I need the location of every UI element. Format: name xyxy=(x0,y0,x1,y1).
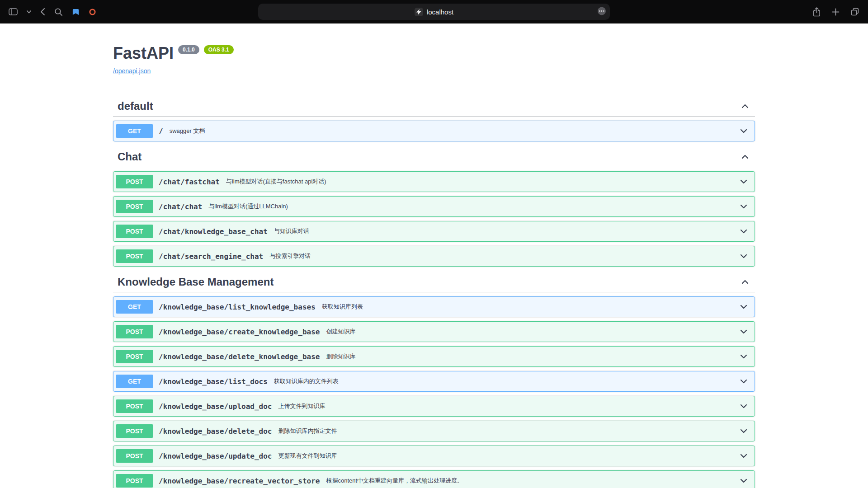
sidebar-toggle-button[interactable] xyxy=(7,7,19,17)
operation-row[interactable]: GET /knowledge_base/list_docs 获取知识库内的文件列… xyxy=(113,371,755,392)
chevron-down-icon xyxy=(27,10,31,14)
operation-summary: 删除知识库 xyxy=(326,352,734,361)
method-badge: GET xyxy=(116,124,153,138)
tab-overview-button[interactable] xyxy=(849,6,861,18)
pinned-tab-orange-icon xyxy=(89,8,96,16)
new-tab-button[interactable] xyxy=(830,7,841,17)
tag-section: Chat POST /chat/fastchat 与llm模型对话(直接与fas… xyxy=(113,147,755,267)
method-badge: POST xyxy=(116,325,153,338)
method-badge: POST xyxy=(116,249,153,263)
operation-summary: 与llm模型对话(通过LLMChain) xyxy=(208,202,734,211)
pinned-tab-blue[interactable] xyxy=(71,7,81,17)
section-operations: GET / swagger 文档 xyxy=(113,117,755,141)
chevron-down-icon xyxy=(739,202,748,211)
chevron-down-icon xyxy=(739,377,748,386)
browser-toolbar: localhost xyxy=(0,0,868,23)
sidebar-chevron-button[interactable] xyxy=(25,9,33,15)
operation-summary: 获取知识库内的文件列表 xyxy=(274,377,734,385)
tag-section: Knowledge Base Management GET /knowledge… xyxy=(113,272,755,488)
operation-path: /chat/fastchat xyxy=(159,178,220,186)
method-badge: GET xyxy=(116,375,153,388)
operation-summary: 获取知识库列表 xyxy=(322,303,734,311)
operation-summary: 更新现有文件到知识库 xyxy=(278,452,734,460)
operation-path: /knowledge_base/recreate_vector_store xyxy=(159,477,320,485)
operation-row[interactable]: POST /knowledge_base/update_doc 更新现有文件到知… xyxy=(113,446,755,466)
address-bar[interactable]: localhost xyxy=(258,4,610,20)
operation-summary: 创建知识库 xyxy=(326,328,734,336)
search-button[interactable] xyxy=(53,6,64,18)
oas-badge: OAS 3.1 xyxy=(204,45,234,54)
api-title-text: FastAPI xyxy=(113,44,174,63)
ellipsis-icon xyxy=(597,7,606,17)
sidebar-toggle-icon xyxy=(9,8,18,15)
pinned-tab-orange[interactable] xyxy=(87,7,98,17)
method-badge: POST xyxy=(116,449,153,463)
back-button[interactable] xyxy=(39,6,47,17)
operation-row[interactable]: POST /chat/search_engine_chat 与搜索引擎对话 xyxy=(113,246,755,267)
method-badge: GET xyxy=(116,300,153,314)
method-badge: POST xyxy=(116,424,153,438)
swagger-wrapper: FastAPI 0.1.0 OAS 3.1 /openapi.json defa… xyxy=(104,44,764,488)
chevron-up-icon xyxy=(741,152,750,161)
operation-row[interactable]: POST /chat/fastchat 与llm模型对话(直接与fastchat… xyxy=(113,171,755,192)
page-menu-button[interactable] xyxy=(597,7,606,17)
operation-row[interactable]: POST /chat/knowledge_base_chat 与知识库对话 xyxy=(113,221,755,242)
section-title: default xyxy=(118,100,153,113)
toolbar-left-group xyxy=(7,6,98,18)
operation-row[interactable]: GET /knowledge_base/list_knowledge_bases… xyxy=(113,296,755,317)
method-badge: POST xyxy=(116,399,153,413)
operation-row[interactable]: POST /chat/chat 与llm模型对话(通过LLMChain) xyxy=(113,196,755,217)
operation-summary: 删除知识库内指定文件 xyxy=(278,427,734,435)
operation-path: /knowledge_base/update_doc xyxy=(159,452,272,460)
operation-row[interactable]: POST /knowledge_base/upload_doc 上传文件到知识库 xyxy=(113,396,755,417)
operation-row[interactable]: GET / swagger 文档 xyxy=(113,121,755,141)
sections: default GET / swagger 文档 Chat POST /chat… xyxy=(113,96,755,488)
operation-path: /knowledge_base/list_knowledge_bases xyxy=(159,303,316,311)
operation-row[interactable]: POST /knowledge_base/delete_doc 删除知识库内指定… xyxy=(113,421,755,441)
section-title: Chat xyxy=(118,150,142,163)
swagger-page: FastAPI 0.1.0 OAS 3.1 /openapi.json defa… xyxy=(0,23,868,488)
chevron-down-icon xyxy=(739,451,748,460)
lightning-favicon-icon xyxy=(415,8,423,16)
operation-path: /knowledge_base/delete_doc xyxy=(159,427,272,436)
method-badge: POST xyxy=(116,350,153,363)
chevron-down-icon xyxy=(739,427,748,436)
section-header[interactable]: Knowledge Base Management xyxy=(113,272,755,292)
operation-path: /chat/knowledge_base_chat xyxy=(159,227,268,236)
operation-path: /knowledge_base/delete_knowledge_base xyxy=(159,352,320,361)
operation-row[interactable]: POST /knowledge_base/recreate_vector_sto… xyxy=(113,470,755,488)
operation-row[interactable]: POST /knowledge_base/create_knowledge_ba… xyxy=(113,321,755,342)
section-operations: GET /knowledge_base/list_knowledge_bases… xyxy=(113,292,755,488)
operation-path: /chat/search_engine_chat xyxy=(159,252,263,261)
operation-path: /knowledge_base/create_knowledge_base xyxy=(159,328,320,336)
share-icon xyxy=(812,7,821,17)
chevron-up-icon xyxy=(741,102,750,111)
page-title: FastAPI 0.1.0 OAS 3.1 xyxy=(113,44,755,63)
operation-row[interactable]: POST /knowledge_base/delete_knowledge_ba… xyxy=(113,346,755,367)
search-icon xyxy=(54,8,63,16)
operation-path: /knowledge_base/list_docs xyxy=(159,377,268,386)
pinned-tab-blue-icon xyxy=(72,8,80,16)
address-text: localhost xyxy=(427,8,453,16)
operation-summary: 根据content中文档重建向量库，流式输出处理进度。 xyxy=(326,477,734,485)
section-header[interactable]: Chat xyxy=(113,147,755,167)
chevron-down-icon xyxy=(739,476,748,485)
section-header[interactable]: default xyxy=(113,96,755,117)
section-operations: POST /chat/fastchat 与llm模型对话(直接与fastchat… xyxy=(113,167,755,267)
chevron-down-icon xyxy=(739,127,748,136)
operation-summary: 与llm模型对话(直接与fastchat api对话) xyxy=(226,178,734,186)
operation-summary: 上传文件到知识库 xyxy=(278,402,734,410)
operation-summary: 与搜索引擎对话 xyxy=(269,252,734,260)
method-badge: POST xyxy=(116,200,153,213)
chevron-down-icon xyxy=(739,252,748,261)
section-title: Knowledge Base Management xyxy=(118,276,274,288)
chevron-down-icon xyxy=(739,402,748,411)
chevron-up-icon xyxy=(741,277,750,286)
method-badge: POST xyxy=(116,175,153,188)
share-button[interactable] xyxy=(811,5,822,19)
chevron-down-icon xyxy=(739,227,748,236)
operation-summary: swagger 文档 xyxy=(170,127,734,135)
openapi-spec-link[interactable]: /openapi.json xyxy=(113,67,151,75)
tabs-icon xyxy=(850,7,859,16)
chevron-down-icon xyxy=(739,327,748,336)
